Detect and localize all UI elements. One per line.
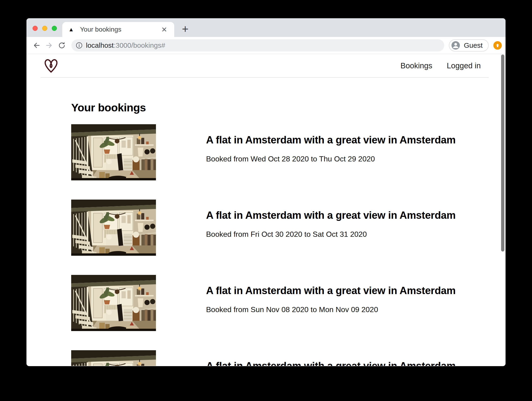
- booking-item: A flat in Amsterdam with a great view in…: [71, 124, 506, 180]
- booking-title: A flat in Amsterdam with a great view in…: [206, 210, 456, 221]
- browser-update-button[interactable]: [493, 41, 502, 49]
- forward-arrow-icon: [45, 41, 53, 49]
- new-tab-button[interactable]: +: [180, 24, 191, 35]
- site-nav: Bookings Logged in: [400, 61, 481, 70]
- url-host: localhost: [86, 41, 114, 49]
- profile-label: Guest: [464, 41, 483, 49]
- tab-close-icon[interactable]: ✕: [160, 25, 168, 35]
- address-bar[interactable]: localhost:3000/bookings#: [71, 39, 444, 51]
- booking-thumbnail: [71, 200, 156, 256]
- booking-info: A flat in Amsterdam with a great view in…: [206, 350, 456, 366]
- nav-link-bookings[interactable]: Bookings: [400, 61, 432, 70]
- window-controls: [32, 26, 57, 31]
- booking-title: A flat in Amsterdam with a great view in…: [206, 134, 456, 146]
- page-title: Your bookings: [71, 101, 506, 114]
- booking-item: A flat in Amsterdam with a great view in…: [71, 200, 506, 256]
- site-header: Bookings Logged in: [40, 54, 489, 78]
- profile-button[interactable]: Guest: [449, 39, 489, 51]
- nav-link-logged-in[interactable]: Logged in: [447, 61, 481, 70]
- minimize-window-button[interactable]: [42, 26, 47, 31]
- booking-thumbnail: [71, 124, 156, 180]
- booking-title: A flat in Amsterdam with a great view in…: [206, 360, 456, 366]
- tab-strip: ▲ Your bookings ✕ +: [26, 18, 506, 37]
- browser-window: ▲ Your bookings ✕ +: [26, 18, 506, 366]
- booking-thumbnail: [71, 275, 156, 331]
- back-button[interactable]: [30, 39, 43, 52]
- forward-button[interactable]: [43, 39, 56, 52]
- avatar-icon: [451, 41, 460, 50]
- close-window-button[interactable]: [32, 26, 38, 31]
- booking-thumbnail: [71, 350, 156, 366]
- booking-item: A flat in Amsterdam with a great view in…: [71, 275, 506, 331]
- booking-dates: Booked from Sun Nov 08 2020 to Mon Nov 0…: [206, 305, 456, 314]
- booking-info: A flat in Amsterdam with a great view in…: [206, 275, 456, 331]
- browser-tab[interactable]: ▲ Your bookings ✕: [62, 22, 174, 37]
- tab-title: Your bookings: [80, 26, 160, 33]
- site-logo-heart-icon[interactable]: [44, 58, 58, 73]
- page-viewport: Bookings Logged in Your bookings A flat …: [26, 54, 506, 366]
- booking-item: A flat in Amsterdam with a great view in…: [71, 350, 506, 366]
- reload-icon: [58, 41, 66, 49]
- booking-info: A flat in Amsterdam with a great view in…: [206, 124, 456, 180]
- booking-info: A flat in Amsterdam with a great view in…: [206, 200, 456, 256]
- arrow-up-icon: [495, 43, 500, 48]
- page-info-icon[interactable]: [76, 42, 83, 49]
- reload-button[interactable]: [56, 39, 68, 52]
- url-path: :3000/bookings#: [114, 41, 165, 49]
- booking-title: A flat in Amsterdam with a great view in…: [206, 285, 456, 296]
- zoom-window-button[interactable]: [52, 26, 57, 31]
- tab-favicon-triangle-icon: ▲: [68, 27, 74, 32]
- browser-toolbar: localhost:3000/bookings# Guest: [26, 37, 506, 54]
- desktop: { "browser": { "traffic_lights": { "clos…: [0, 0, 532, 401]
- back-arrow-icon: [32, 41, 40, 49]
- booking-dates: Booked from Fri Oct 30 2020 to Sat Oct 3…: [206, 230, 456, 239]
- vertical-scrollbar-thumb[interactable]: [501, 55, 504, 252]
- bookings-main: Your bookings A flat in Amsterdam with a…: [71, 78, 506, 366]
- booking-dates: Booked from Wed Oct 28 2020 to Thu Oct 2…: [206, 155, 456, 163]
